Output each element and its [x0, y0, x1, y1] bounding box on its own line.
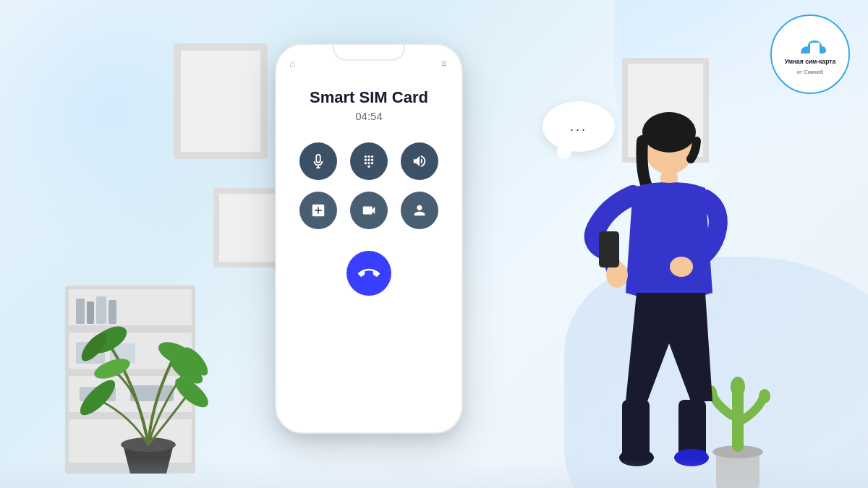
- add-call-icon: [310, 202, 326, 218]
- home-icon: ⌂: [289, 58, 295, 69]
- end-call-icon: [358, 262, 380, 284]
- keypad-button[interactable]: [350, 142, 388, 180]
- end-call-button[interactable]: [346, 251, 391, 296]
- contact-button[interactable]: [401, 192, 438, 229]
- video-icon: [361, 202, 377, 218]
- svg-point-33: [371, 159, 373, 161]
- video-button[interactable]: [350, 192, 388, 229]
- person-illustration: [564, 90, 752, 488]
- mute-button[interactable]: [299, 142, 337, 180]
- svg-point-16: [75, 375, 120, 420]
- menu-icon: ≡: [441, 58, 448, 69]
- phone-screen: Smart SIM Card 04:54: [276, 72, 461, 432]
- speaker-button[interactable]: [401, 142, 438, 180]
- svg-rect-44: [678, 400, 706, 458]
- plant-left: [72, 213, 217, 488]
- svg-point-31: [365, 159, 367, 161]
- svg-point-28: [365, 155, 367, 158]
- svg-point-37: [367, 166, 370, 168]
- logo-icon: [795, 33, 825, 55]
- end-call-area: [346, 251, 391, 296]
- keypad-icon: [361, 153, 377, 169]
- svg-point-35: [367, 162, 370, 164]
- svg-point-34: [365, 162, 367, 164]
- logo: Умная сим-карта от Симхаб: [770, 14, 850, 94]
- speaker-icon: [412, 153, 427, 169]
- svg-rect-43: [622, 400, 650, 458]
- svg-point-29: [367, 155, 370, 158]
- add-call-button[interactable]: [299, 192, 337, 229]
- svg-point-36: [371, 162, 373, 164]
- svg-rect-48: [599, 231, 619, 267]
- floor: [0, 459, 868, 488]
- logo-text-sub: от Симхаб: [797, 69, 823, 75]
- call-controls-row-2: [299, 192, 438, 229]
- svg-point-42: [670, 257, 693, 277]
- svg-point-27: [759, 389, 770, 403]
- svg-point-39: [642, 112, 696, 153]
- phone-notch: [333, 45, 405, 61]
- contact-icon: [412, 202, 427, 218]
- svg-point-32: [367, 159, 370, 161]
- call-contact-name: Smart SIM Card: [310, 88, 428, 107]
- call-controls-row-1: [299, 142, 438, 180]
- mic-icon: [310, 153, 326, 169]
- phone-mockup: ⌂ ≡ Smart SIM Card 04:54: [275, 43, 463, 434]
- wall-frame-large: [174, 43, 268, 159]
- svg-point-30: [371, 155, 373, 158]
- call-timer: 04:54: [355, 110, 383, 122]
